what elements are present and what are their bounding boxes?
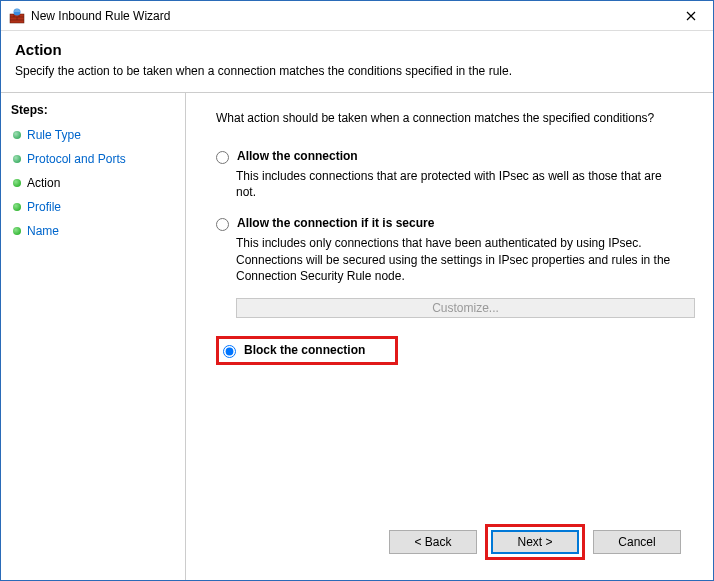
page-subtitle: Specify the action to be taken when a co… — [15, 64, 699, 78]
wizard-body: Steps: Rule Type Protocol and Ports Acti… — [1, 93, 713, 580]
step-name[interactable]: Name — [11, 219, 175, 243]
action-prompt: What action should be taken when a conne… — [216, 111, 695, 125]
main-panel: What action should be taken when a conne… — [186, 93, 713, 580]
step-rule-type[interactable]: Rule Type — [11, 123, 175, 147]
step-link[interactable]: Name — [27, 224, 59, 238]
option-allow-secure-label: Allow the connection if it is secure — [237, 216, 434, 230]
back-button[interactable]: < Back — [389, 530, 477, 554]
option-allow[interactable]: Allow the connection — [216, 147, 695, 166]
radio-allow[interactable] — [216, 151, 229, 164]
step-profile[interactable]: Profile — [11, 195, 175, 219]
radio-block[interactable] — [223, 345, 236, 358]
step-protocol-ports[interactable]: Protocol and Ports — [11, 147, 175, 171]
page-title: Action — [15, 41, 699, 58]
step-link[interactable]: Protocol and Ports — [27, 152, 126, 166]
option-allow-label: Allow the connection — [237, 149, 358, 163]
option-block-label: Block the connection — [244, 343, 365, 357]
option-allow-secure-desc: This includes only connections that have… — [236, 235, 676, 284]
titlebar: New Inbound Rule Wizard — [1, 1, 713, 31]
firewall-icon — [9, 8, 25, 24]
page-header: Action Specify the action to be taken wh… — [1, 31, 713, 93]
customize-button: Customize... — [236, 298, 695, 318]
option-allow-desc: This includes connections that are prote… — [236, 168, 676, 200]
option-block[interactable]: Block the connection — [223, 343, 365, 358]
highlight-block-option: Block the connection — [216, 336, 398, 365]
cancel-button[interactable]: Cancel — [593, 530, 681, 554]
wizard-window: New Inbound Rule Wizard Action Specify t… — [0, 0, 714, 581]
wizard-footer: < Back Next > Cancel — [216, 516, 695, 568]
step-action: Action — [11, 171, 175, 195]
step-bullet-icon — [13, 203, 21, 211]
highlight-next-button: Next > — [485, 524, 585, 560]
close-button[interactable] — [668, 1, 713, 31]
steps-label: Steps: — [11, 103, 175, 117]
step-current-label: Action — [27, 176, 60, 190]
step-bullet-icon — [13, 179, 21, 187]
window-title: New Inbound Rule Wizard — [31, 9, 668, 23]
next-button[interactable]: Next > — [491, 530, 579, 554]
step-link[interactable]: Rule Type — [27, 128, 81, 142]
option-allow-secure[interactable]: Allow the connection if it is secure — [216, 214, 695, 233]
step-bullet-icon — [13, 227, 21, 235]
step-bullet-icon — [13, 155, 21, 163]
radio-allow-secure[interactable] — [216, 218, 229, 231]
step-bullet-icon — [13, 131, 21, 139]
step-link[interactable]: Profile — [27, 200, 61, 214]
steps-sidebar: Steps: Rule Type Protocol and Ports Acti… — [1, 93, 186, 580]
